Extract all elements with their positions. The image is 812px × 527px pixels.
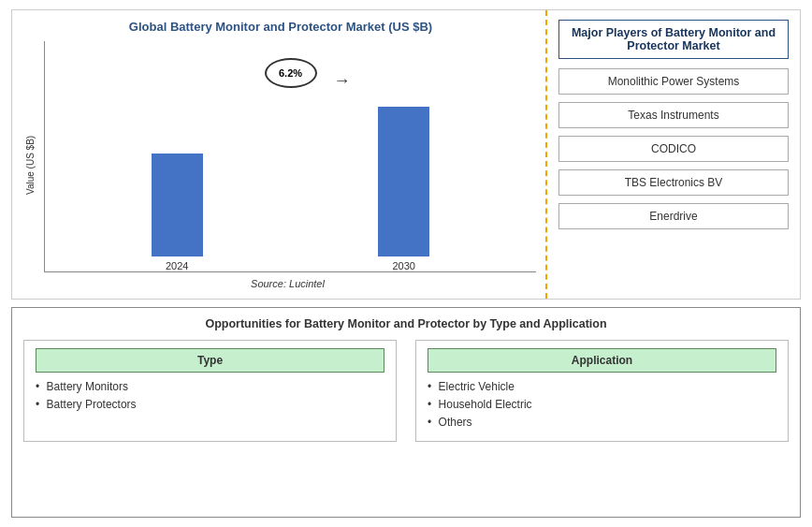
- application-item-text-1: Household Electric: [439, 398, 532, 411]
- y-axis-label: Value (US $B): [25, 41, 36, 289]
- app-bullet-icon-1: •: [428, 398, 431, 411]
- type-item-0: • Battery Monitors: [36, 380, 384, 393]
- bottom-title: Opportunities for Battery Monitor and Pr…: [23, 317, 789, 330]
- annotation-container: 6.2% →: [265, 58, 317, 88]
- type-column: Type • Battery Monitors • Battery Protec…: [23, 340, 397, 442]
- type-item-text-1: Battery Protectors: [47, 398, 137, 411]
- players-title: Major Players of Battery Monitor and Pro…: [558, 20, 789, 59]
- application-item-0: • Electric Vehicle: [428, 380, 776, 393]
- type-column-header: Type: [36, 348, 384, 373]
- app-bullet-icon-0: •: [428, 380, 431, 393]
- chart-inner: 6.2% → 2024 2030: [39, 41, 536, 289]
- player-item-4: Enerdrive: [558, 203, 789, 229]
- chart-wrapper: Value (US $B) 6.2% →: [25, 41, 536, 289]
- source-text: Source: Lucintel: [39, 278, 536, 289]
- player-item-0: Monolithic Power Systems: [558, 68, 789, 95]
- bullet-icon-1: •: [36, 398, 39, 411]
- main-container: Global Battery Monitor and Protector Mar…: [0, 0, 812, 527]
- type-item-1: • Battery Protectors: [36, 398, 384, 411]
- application-item-text-0: Electric Vehicle: [439, 380, 515, 393]
- bar-2030: [378, 107, 429, 256]
- application-item-1: • Household Electric: [428, 398, 776, 411]
- bottom-content: Type • Battery Monitors • Battery Protec…: [23, 340, 789, 442]
- bar-label-2030: 2030: [393, 260, 415, 271]
- annotation-arrow-icon: →: [334, 71, 351, 91]
- application-item-text-2: Others: [439, 416, 472, 429]
- application-column-header: Application: [428, 348, 776, 373]
- app-bullet-icon-2: •: [428, 416, 431, 429]
- chart-title: Global Battery Monitor and Protector Mar…: [25, 20, 536, 34]
- application-column: Application • Electric Vehicle • Househo…: [415, 340, 789, 442]
- bar-label-2024: 2024: [166, 260, 188, 271]
- annotation-value: 6.2%: [279, 67, 302, 79]
- bottom-section: Opportunities for Battery Monitor and Pr…: [11, 307, 801, 518]
- type-item-text-0: Battery Monitors: [47, 380, 128, 393]
- player-item-3: TBS Electronics BV: [558, 169, 789, 196]
- player-item-1: Texas Instruments: [558, 102, 789, 128]
- player-item-2: CODICO: [558, 136, 789, 162]
- bullet-icon-0: •: [36, 380, 39, 393]
- bar-group-2024: 2024: [152, 154, 203, 271]
- bar-group-2030: 2030: [378, 107, 429, 271]
- annotation-ellipse: 6.2% →: [265, 58, 317, 88]
- chart-area: Global Battery Monitor and Protector Mar…: [12, 10, 547, 299]
- bars-area: 6.2% → 2024 2030: [44, 41, 536, 272]
- application-item-2: • Others: [428, 416, 776, 429]
- top-section: Global Battery Monitor and Protector Mar…: [11, 9, 801, 300]
- bar-2024: [152, 154, 203, 256]
- players-panel: Major Players of Battery Monitor and Pro…: [547, 10, 800, 299]
